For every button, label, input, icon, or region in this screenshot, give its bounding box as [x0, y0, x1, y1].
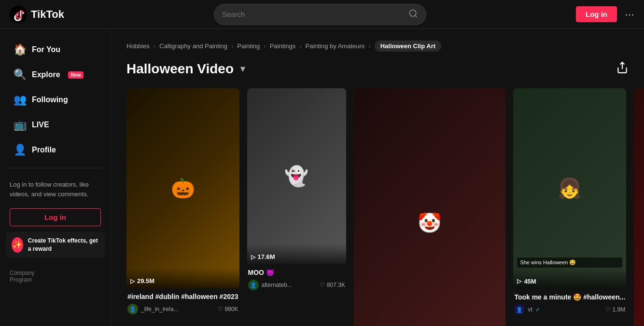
- create-effects-text: Create TikTok effects, get a reward: [28, 237, 99, 253]
- logo[interactable]: TikTok: [10, 6, 64, 23]
- footer-company[interactable]: Company: [10, 270, 101, 276]
- sidebar: 🏠 For You 🔍 Explore New 👥 Following 📺 LI…: [0, 29, 111, 326]
- play-icon-4: ▷: [517, 278, 521, 285]
- sidebar-label-explore: Explore: [32, 70, 60, 79]
- title-dropdown-icon[interactable]: ▼: [238, 64, 247, 74]
- video-card-4[interactable]: 👧 She wins Halloween 😅 ▷ 45M Took me a m…: [513, 88, 626, 326]
- header: TikTok Log in ⋯: [0, 0, 644, 29]
- explore-icon: 🔍: [14, 68, 26, 81]
- video-card-2[interactable]: 👻 ▷ 17.6M MOO 😈 👤 alternateb...: [247, 88, 346, 326]
- video-grid: 🎃 ▷ 29.5M #ireland #dublin #halloween #2…: [126, 88, 629, 326]
- views-count-2: 17.6M: [258, 253, 275, 260]
- footer-program[interactable]: Program: [10, 276, 101, 283]
- video-card-3[interactable]: 🤡 ▷ 35.8M I have so many takes of my IT …: [354, 88, 505, 326]
- video-thumbnail-4: 👧 She wins Halloween 😅 ▷ 45M: [513, 88, 626, 289]
- more-options-icon[interactable]: ⋯: [625, 9, 634, 20]
- play-icon-1: ▷: [130, 278, 135, 285]
- new-badge: New: [68, 71, 84, 79]
- video-overlay-1: ▷ 29.5M: [126, 268, 239, 288]
- header-right: Log in ⋯: [576, 6, 634, 22]
- create-effects-banner[interactable]: ✨ Create TikTok effects, get a reward: [6, 232, 105, 258]
- sidebar-label-for-you: For You: [32, 45, 60, 54]
- following-icon: 👥: [14, 94, 26, 106]
- video-author-2[interactable]: 👤 alternateb...: [248, 280, 292, 290]
- video-meta-2: 👤 alternateb... ♡ 807.3K: [248, 280, 345, 290]
- video-likes-4: ♡ 1.9M: [605, 306, 626, 313]
- video-thumbnail-5: 🤡 ▷ 1.2M: [634, 88, 644, 326]
- video-thumbnail-2: 👻 ▷ 17.6M: [247, 88, 346, 264]
- login-button[interactable]: Log in: [576, 6, 617, 22]
- video-card-5[interactable]: 🤡 ▷ 1.2M Who will be our next #Halloween…: [634, 88, 644, 326]
- login-prompt: Log in to follow creators, like videos, …: [0, 174, 111, 204]
- sidebar-item-explore[interactable]: 🔍 Explore New: [4, 63, 107, 87]
- video-overlay-4: ▷ 45M: [513, 268, 626, 289]
- sidebar-item-live[interactable]: 📺 LIVE: [4, 113, 107, 137]
- profile-icon: 👤: [14, 144, 26, 156]
- video-author-1[interactable]: 👤 _life_in_irela...: [127, 304, 178, 314]
- sidebar-item-profile[interactable]: 👤 Profile: [4, 138, 107, 162]
- author-avatar-2: 👤: [248, 280, 259, 290]
- breadcrumb-sep-2: ›: [231, 42, 233, 50]
- home-icon: 🏠: [14, 43, 26, 56]
- breadcrumb-halloween-clip-art[interactable]: Halloween Clip Art: [375, 41, 441, 52]
- page-title: Halloween Video ▼: [126, 61, 247, 77]
- video-info-1: #ireland #dublin #halloween #2023 👤 _lif…: [126, 292, 239, 314]
- sidebar-label-profile: Profile: [32, 146, 56, 154]
- breadcrumb-painting[interactable]: Painting: [237, 42, 260, 50]
- likes-count-1: 980K: [225, 306, 238, 312]
- video-title-4: Took me a minute 🤩 #halloween...: [514, 293, 625, 301]
- sidebar-login-button[interactable]: Log in: [10, 208, 101, 226]
- video-thumbnail-1: 🎃 ▷ 29.5M: [126, 88, 239, 288]
- video-info-2: MOO 😈 👤 alternateb... ♡ 807.3K: [247, 268, 346, 290]
- author-avatar-1: 👤: [127, 304, 138, 314]
- thumb-emoji-3: 🤡: [354, 88, 505, 326]
- author-name-2: alternateb...: [262, 282, 292, 288]
- search-icon[interactable]: [408, 9, 418, 20]
- breadcrumb-sep-5: ›: [368, 42, 370, 50]
- thumb-emoji-1: 🎃: [126, 88, 239, 288]
- verified-icon: ✓: [535, 306, 540, 313]
- video-likes-2: ♡ 807.3K: [320, 282, 345, 288]
- breadcrumb-calligraphy[interactable]: Calligraphy and Painting: [159, 42, 227, 50]
- video-author-4[interactable]: 👤 vt ✓: [514, 304, 540, 315]
- views-count-4: 45M: [524, 278, 536, 285]
- video-card-1[interactable]: 🎃 ▷ 29.5M #ireland #dublin #halloween #2…: [126, 88, 239, 326]
- breadcrumb: Hobbies › Calligraphy and Painting › Pai…: [126, 41, 629, 52]
- sidebar-item-for-you[interactable]: 🏠 For You: [4, 38, 107, 62]
- main-content: Hobbies › Calligraphy and Painting › Pai…: [111, 29, 644, 326]
- video-info-4: Took me a minute 🤩 #halloween... 👤 vt ✓ …: [513, 293, 626, 315]
- share-icon[interactable]: [616, 61, 629, 77]
- in-video-badge: She wins Halloween 😅: [517, 258, 622, 268]
- likes-count-4: 1.9M: [613, 306, 626, 313]
- sidebar-item-following[interactable]: 👥 Following: [4, 88, 107, 112]
- sidebar-label-following: Following: [32, 95, 68, 104]
- search-input[interactable]: [222, 10, 408, 18]
- breadcrumb-hobbies[interactable]: Hobbies: [126, 42, 150, 50]
- video-views-4: ▷ 45M: [517, 278, 622, 285]
- author-avatar-4: 👤: [514, 304, 525, 315]
- thumb-emoji-5: 🤡: [634, 88, 644, 326]
- breadcrumb-sep-3: ›: [264, 42, 266, 50]
- likes-count-2: 807.3K: [327, 282, 345, 288]
- author-name-1: _life_in_irela...: [141, 306, 178, 312]
- video-views-1: ▷ 29.5M: [130, 277, 236, 285]
- breadcrumb-sep-1: ›: [154, 42, 155, 50]
- author-name-4: vt: [528, 306, 532, 313]
- page-title-row: Halloween Video ▼: [126, 61, 629, 77]
- video-views-2: ▷ 17.6M: [251, 253, 342, 260]
- search-bar[interactable]: [214, 4, 426, 25]
- heart-icon-2: ♡: [320, 282, 325, 288]
- video-title-2: MOO 😈: [248, 268, 345, 277]
- breadcrumb-amateurs[interactable]: Painting by Amateurs: [305, 42, 364, 50]
- create-effects-icon: ✨: [12, 237, 23, 253]
- page-title-text: Halloween Video: [126, 61, 234, 77]
- thumb-emoji-2: 👻: [247, 88, 346, 264]
- sidebar-label-live: LIVE: [32, 121, 49, 129]
- video-meta-1: 👤 _life_in_irela... ♡ 980K: [127, 304, 238, 314]
- sidebar-divider: [8, 168, 103, 168]
- heart-icon-1: ♡: [218, 306, 223, 312]
- tiktok-logo-icon: [10, 6, 27, 23]
- sidebar-footer: Company Program: [0, 264, 111, 289]
- breadcrumb-sep-4: ›: [299, 42, 301, 50]
- breadcrumb-paintings[interactable]: Paintings: [270, 42, 295, 50]
